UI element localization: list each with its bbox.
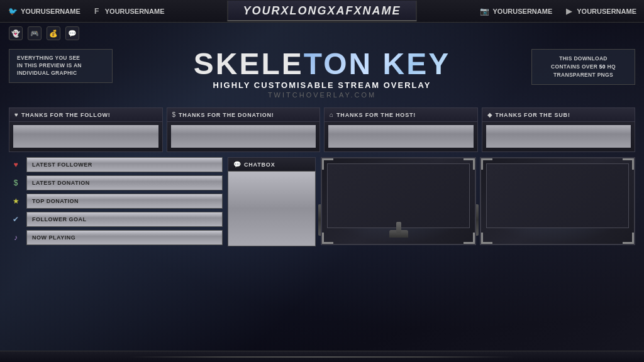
- star-stat-icon: ★: [9, 194, 23, 208]
- alert-donation-header: $ THANKS FOR THE DONATION!: [167, 108, 320, 122]
- alert-follow-label: THANKS FOR THE FOLLOW!: [21, 112, 111, 118]
- chatbox-label: CHATBOX: [244, 162, 275, 168]
- facebook-username: YOURUSERNAME: [105, 8, 165, 15]
- alert-sub: ◆ THANKS FOR THE SUB!: [482, 107, 636, 152]
- title-section: EVERYTHING YOU SEE IN THIS PREVIEW IS AN…: [9, 44, 635, 101]
- info-box-right-text: THIS DOWNLOADCONTAINS OVER 50 HQTRANSPAR…: [551, 55, 616, 78]
- stat-playing-bar: NOW PLAYING: [26, 230, 223, 245]
- bottom-bar-line: [129, 356, 515, 358]
- stat-top-donation-label: TOP DONATION: [32, 198, 79, 204]
- small-social-icons-row: 👻 🎮 💰 💬: [0, 23, 644, 44]
- check-stat-icon: ✔: [9, 212, 23, 226]
- chatbox-content: [228, 171, 316, 246]
- dollar-icon: $: [172, 111, 176, 118]
- stat-goal: ✔ FOLLOWER GOAL: [9, 212, 223, 227]
- alert-sub-label: THANKS FOR THE SUB!: [496, 112, 570, 118]
- website: TWITCHOVERLAY.COM: [125, 91, 519, 99]
- stat-goal-bar: FOLLOWER GOAL: [26, 212, 223, 227]
- stat-follower-label: LATEST FOLLOWER: [32, 162, 92, 168]
- main-title: SKELETON KEY: [125, 49, 519, 79]
- chatbox-header: 💬 CHATBOX: [228, 157, 316, 171]
- corner-br: [464, 233, 475, 244]
- stat-top-donation: ★ TOP DONATION: [9, 194, 223, 209]
- corner2-bl: [481, 233, 492, 244]
- alert-host-label: THANKS FOR THE HOST!: [336, 112, 416, 118]
- stats-panel: ♥ LATEST FOLLOWER $ LATEST DONATION ★ TO…: [9, 157, 223, 248]
- instagram-icon: 📷: [480, 6, 490, 16]
- twitter-icon: 🐦: [8, 6, 18, 16]
- alert-follow-content: [13, 125, 158, 148]
- stat-top-donation-bar: TOP DONATION: [26, 194, 223, 209]
- heart-icon: ♥: [14, 111, 18, 118]
- info-box-left: EVERYTHING YOU SEE IN THIS PREVIEW IS AN…: [9, 49, 113, 83]
- camera-inner-2: [486, 163, 629, 228]
- bottom-section: ♥ LATEST FOLLOWER $ LATEST DONATION ★ TO…: [9, 157, 635, 248]
- alert-donation-content: [171, 125, 316, 148]
- bottom-bar: [0, 351, 644, 362]
- home-icon: ⌂: [330, 111, 333, 118]
- dollar-stat-icon: $: [9, 176, 23, 190]
- alert-host: ⌂ THANKS FOR THE HOST!: [324, 107, 478, 152]
- stat-follower: ♥ LATEST FOLLOWER: [9, 157, 223, 172]
- alert-host-header: ⌂ THANKS FOR THE HOST!: [325, 108, 477, 122]
- title-part2: TON KEY: [304, 47, 450, 80]
- facebook-social: f YOURUSERNAME: [92, 6, 165, 16]
- camera-panel-main: [321, 157, 476, 245]
- stat-donation-bar: LATEST DONATION: [26, 175, 223, 190]
- youtube-username: YOURUSERNAME: [577, 8, 636, 15]
- instagram-username: YOURUSERNAME: [493, 8, 553, 15]
- snapchat-icon: 👻: [9, 26, 23, 40]
- youtube-icon: ▶: [564, 6, 574, 16]
- channel-banner: YOURxLONGxAFxNAME: [227, 1, 416, 21]
- camera-frame-secondary: [480, 157, 635, 245]
- youtube-social: ▶ YOURUSERNAME: [564, 6, 636, 16]
- stat-donation-label: LATEST DONATION: [32, 180, 90, 186]
- alert-host-content: [328, 125, 474, 148]
- stat-follower-bar: LATEST FOLLOWER: [26, 157, 223, 172]
- title-part1: SKELE: [194, 47, 304, 80]
- facebook-icon: f: [92, 6, 102, 16]
- heart-stat-icon: ♥: [9, 158, 23, 172]
- social-left: 🐦 YOURUSERNAME f YOURUSERNAME: [8, 6, 164, 16]
- instagram-social: 📷 YOURUSERNAME: [480, 6, 553, 16]
- stat-goal-label: FOLLOWER GOAL: [32, 216, 87, 222]
- camera-panel-secondary: [480, 157, 635, 245]
- corner-bl: [322, 233, 333, 244]
- corner2-br: [623, 233, 634, 244]
- title-center: SKELETON KEY HIGHLY CUSTOMISABLE STREAM …: [113, 49, 531, 99]
- twitter-username: YOURUSERNAME: [21, 8, 80, 15]
- main-content: EVERYTHING YOU SEE IN THIS PREVIEW IS AN…: [0, 44, 644, 248]
- discord-icon: 💬: [65, 26, 79, 40]
- alert-sub-header: ◆ THANKS FOR THE SUB!: [482, 108, 635, 122]
- stat-playing-label: NOW PLAYING: [32, 234, 75, 241]
- camera-inner: [327, 163, 470, 228]
- alert-donation: $ THANKS FOR THE DONATION!: [167, 107, 321, 152]
- chatbox-icon: 💬: [233, 161, 241, 168]
- chatbox-panel: 💬 CHATBOX: [228, 157, 316, 246]
- camera-frame-main: [321, 157, 476, 245]
- alert-donation-label: THANKS FOR THE DONATION!: [179, 112, 274, 118]
- channel-name-text: YOURxLONGxAFxNAME: [243, 4, 401, 17]
- camera-panels: [321, 157, 635, 245]
- diamond-icon: ◆: [487, 111, 492, 118]
- subtitle: HIGHLY CUSTOMISABLE STREAM OVERLAY: [125, 80, 519, 90]
- channel-name-box: YOURxLONGxAFxNAME: [227, 1, 416, 21]
- stat-donation: $ LATEST DONATION: [9, 175, 223, 190]
- alert-follow-header: ♥ THANKS FOR THE FOLLOW!: [9, 108, 162, 122]
- twitter-social: 🐦 YOURUSERNAME: [8, 6, 80, 16]
- music-stat-icon: ♪: [9, 231, 23, 244]
- info-box-right: THIS DOWNLOADCONTAINS OVER 50 HQTRANSPAR…: [531, 49, 635, 85]
- alert-follow: ♥ THANKS FOR THE FOLLOW!: [9, 107, 163, 152]
- social-right: 📷 YOURUSERNAME ▶ YOURUSERNAME: [480, 6, 636, 16]
- game-icon: 🎮: [28, 26, 42, 40]
- stat-playing: ♪ NOW PLAYING: [9, 230, 223, 245]
- alert-sub-content: [486, 125, 631, 148]
- alert-bars: ♥ THANKS FOR THE FOLLOW! $ THANKS FOR TH…: [9, 107, 635, 152]
- paypal-icon: 💰: [47, 26, 60, 40]
- top-bar: 🐦 YOURUSERNAME f YOURUSERNAME YOURxLONGx…: [0, 0, 644, 23]
- info-box-left-text: EVERYTHING YOU SEE IN THIS PREVIEW IS AN…: [17, 55, 104, 77]
- mount-bracket: [386, 222, 411, 238]
